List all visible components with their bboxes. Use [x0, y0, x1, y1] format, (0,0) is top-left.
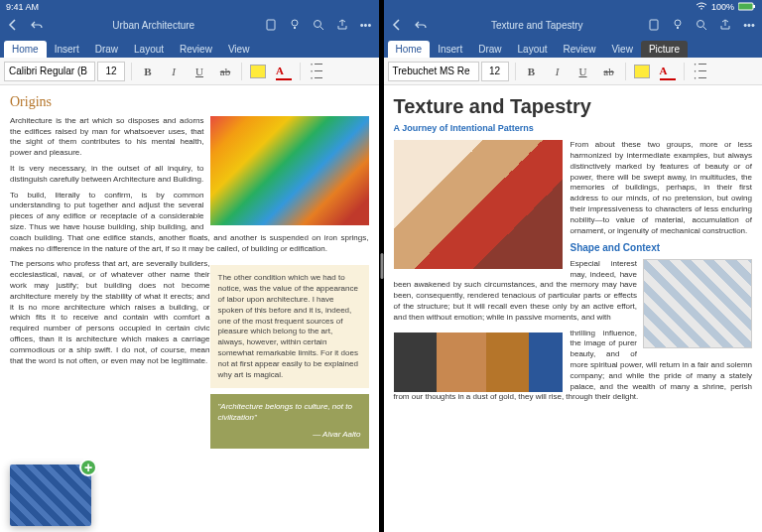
- font-color-button[interactable]: A: [274, 62, 294, 81]
- lightbulb-icon[interactable]: [671, 18, 685, 32]
- doc-title-right: Texture and Tapestry: [428, 20, 648, 31]
- strike-button[interactable]: ab: [599, 62, 619, 81]
- share-icon[interactable]: [335, 18, 349, 32]
- svg-rect-3: [738, 3, 753, 10]
- undo-icon[interactable]: [30, 18, 44, 32]
- tab-review[interactable]: Review: [556, 41, 604, 58]
- status-bar-right: 100%: [384, 0, 763, 14]
- undo-icon[interactable]: [414, 18, 428, 32]
- back-icon[interactable]: [6, 18, 20, 32]
- title-bar-left: Urban Architecture •••: [0, 14, 379, 36]
- font-name-select[interactable]: Calibri Regular (B: [4, 62, 95, 81]
- ribbon-left: Calibri Regular (B 12 B I U ab A: [0, 58, 379, 85]
- tab-home[interactable]: Home: [388, 41, 431, 58]
- highlight-button[interactable]: [248, 62, 268, 81]
- tab-draw[interactable]: Draw: [470, 41, 509, 58]
- svg-point-2: [314, 21, 320, 28]
- underline-button[interactable]: U: [573, 62, 593, 81]
- tab-draw[interactable]: Draw: [87, 41, 126, 58]
- tab-bar-left: Home Insert Draw Layout Review View: [0, 36, 379, 58]
- phone-icon[interactable]: [647, 18, 661, 32]
- battery-text: 100%: [711, 2, 734, 12]
- image-buildings-colorful[interactable]: [210, 116, 369, 225]
- plus-badge-icon: +: [79, 459, 97, 476]
- more-icon[interactable]: •••: [359, 18, 373, 32]
- tab-home[interactable]: Home: [4, 41, 47, 58]
- highlight-button[interactable]: [632, 62, 652, 81]
- tab-view[interactable]: View: [603, 41, 641, 58]
- tab-layout[interactable]: Layout: [510, 41, 556, 58]
- heading-origins: Origins: [10, 93, 369, 112]
- strike-button[interactable]: ab: [215, 62, 235, 81]
- word-app-left: 9:41 AM Urban Architecture ••• Home Inse…: [0, 0, 381, 532]
- back-icon[interactable]: [390, 18, 404, 32]
- tab-insert[interactable]: Insert: [430, 41, 470, 58]
- status-bar: 9:41 AM: [0, 0, 379, 14]
- lightbulb-icon[interactable]: [288, 18, 302, 32]
- svg-rect-0: [267, 20, 275, 30]
- drag-thumbnail[interactable]: +: [10, 465, 91, 526]
- font-size-select[interactable]: 12: [481, 62, 509, 81]
- image-geometric-2[interactable]: [643, 259, 752, 348]
- image-geometric-1[interactable]: [394, 140, 563, 269]
- italic-button[interactable]: I: [548, 62, 568, 81]
- font-color-button[interactable]: A: [658, 62, 678, 81]
- font-size-select[interactable]: 12: [97, 62, 125, 81]
- title-bar-right: Texture and Tapestry •••: [384, 14, 763, 36]
- tab-picture[interactable]: Picture: [641, 41, 688, 58]
- svg-point-7: [698, 21, 704, 28]
- document-page-right[interactable]: Texture and Tapestry A Journey of Intent…: [384, 85, 763, 532]
- wifi-icon: [696, 2, 707, 13]
- doc-heading: Texture and Tapestry: [394, 93, 753, 120]
- bullets-button[interactable]: [307, 62, 326, 81]
- battery-icon: [738, 2, 756, 13]
- ribbon-right: Trebuchet MS Re 12 B I U ab A: [384, 58, 763, 85]
- phone-icon[interactable]: [264, 18, 278, 32]
- bold-button[interactable]: B: [522, 62, 542, 81]
- bold-button[interactable]: B: [138, 62, 158, 81]
- font-name-select[interactable]: Trebuchet MS Re: [388, 62, 479, 81]
- quote-box: "Architecture belongs to culture, not to…: [210, 394, 369, 448]
- search-icon[interactable]: [312, 18, 325, 32]
- image-geometric-3[interactable]: [394, 332, 563, 392]
- search-icon[interactable]: [695, 18, 708, 32]
- tab-review[interactable]: Review: [172, 41, 220, 58]
- word-app-right: 100% Texture and Tapestry ••• Home Inser…: [384, 0, 763, 532]
- italic-button[interactable]: I: [164, 62, 184, 81]
- tab-view[interactable]: View: [220, 41, 258, 58]
- share-icon[interactable]: [718, 18, 732, 32]
- document-page-left[interactable]: Origins Architecture is the art which so…: [0, 85, 379, 532]
- underline-button[interactable]: U: [190, 62, 209, 81]
- doc-title-left: Urban Architecture: [44, 20, 264, 31]
- status-time: 9:41 AM: [6, 2, 39, 12]
- tab-bar-right: Home Insert Draw Layout Review View Pict…: [384, 36, 763, 58]
- bullets-button[interactable]: [691, 62, 710, 81]
- svg-rect-4: [753, 5, 755, 8]
- tab-insert[interactable]: Insert: [47, 41, 87, 58]
- more-icon[interactable]: •••: [742, 18, 756, 32]
- doc-subtitle: A Journey of Intentional Patterns: [394, 122, 753, 134]
- tab-layout[interactable]: Layout: [126, 41, 172, 58]
- callout-cream: The other condition which we had to noti…: [210, 265, 369, 388]
- svg-rect-5: [650, 20, 658, 30]
- svg-point-6: [675, 20, 681, 26]
- svg-point-1: [292, 20, 298, 26]
